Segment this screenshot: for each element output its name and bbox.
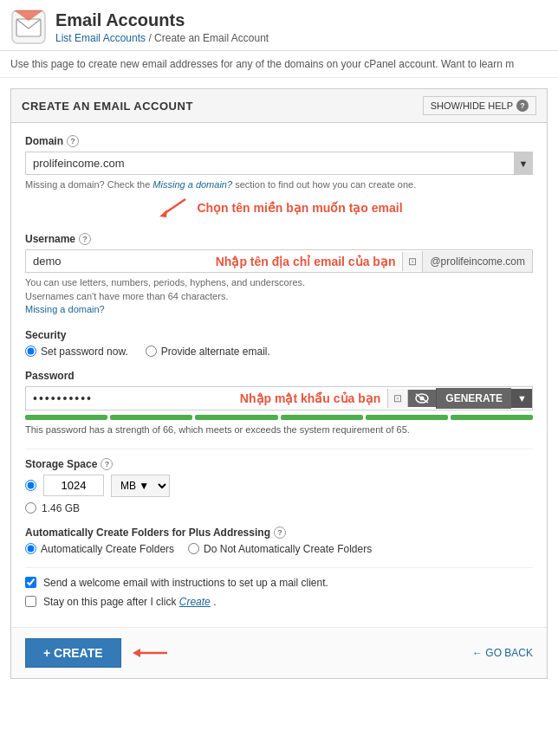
- password-strength-bar: [25, 415, 533, 420]
- auto-folders-opt1-radio[interactable]: [25, 543, 36, 554]
- create-arrow-icon: [128, 640, 172, 666]
- storage-option2-label: 1.46 GB: [42, 502, 80, 514]
- form-actions: + CREATE ← GO BACK: [11, 627, 547, 678]
- breadcrumb-list-link[interactable]: List Email Accounts: [55, 32, 146, 44]
- auto-folders-opt2-radio[interactable]: [188, 543, 199, 554]
- username-domain-suffix: @prolifeincome.com: [422, 251, 532, 272]
- svg-line-3: [164, 199, 185, 214]
- auto-folders-field-group: Automatically Create Folders for Plus Ad…: [25, 527, 533, 555]
- auto-folders-opt2-text: Do Not Automatically Create Folders: [204, 543, 372, 555]
- storage-label: Storage Space ?: [25, 458, 533, 470]
- welcome-email-label[interactable]: Send a welcome email with instructions t…: [43, 577, 328, 589]
- auto-folders-opt1-text: Automatically Create Folders: [41, 543, 174, 555]
- page-description: Use this page to create new email addres…: [0, 51, 558, 78]
- username-missing-domain-link[interactable]: Missing a domain?: [25, 304, 105, 314]
- create-email-form: CREATE AN EMAIL ACCOUNT SHOW/HIDE HELP ?…: [10, 88, 548, 679]
- auto-folders-help-icon[interactable]: ?: [274, 527, 286, 539]
- auto-folders-options: Automatically Create Folders Do Not Auto…: [25, 543, 533, 555]
- password-input-row: Nhập mật khẩu của bạn ⊡ GENERATE ▼: [25, 386, 533, 410]
- username-input-row: Nhập tên địa chỉ email của bạn ⊡ @prolif…: [25, 249, 533, 273]
- password-eye-icon[interactable]: [407, 390, 436, 407]
- go-back-link[interactable]: ← GO BACK: [472, 647, 533, 659]
- strength-seg-2: [110, 415, 192, 420]
- domain-select[interactable]: prolifeincome.com: [25, 152, 533, 175]
- breadcrumb-current: Create an Email Account: [154, 32, 269, 44]
- domain-select-wrapper: prolifeincome.com ▼: [25, 152, 533, 175]
- domain-help-icon[interactable]: ?: [67, 135, 79, 147]
- help-icon: ?: [516, 100, 529, 112]
- page-header: Email Accounts List Email Accounts / Cre…: [0, 0, 558, 51]
- form-section-title: CREATE AN EMAIL ACCOUNT: [22, 100, 193, 113]
- password-annotation-text: Nhập mật khẩu của bạn: [233, 391, 387, 405]
- username-help-icon[interactable]: ?: [79, 233, 91, 245]
- password-label: Password: [25, 370, 533, 382]
- auto-folders-opt2-label[interactable]: Do Not Automatically Create Folders: [188, 543, 372, 555]
- username-input[interactable]: [26, 250, 209, 272]
- storage-unit-select[interactable]: MB ▼ GB: [111, 475, 170, 497]
- security-option1-label[interactable]: Set password now.: [25, 346, 128, 358]
- username-annotation-text: Nhập tên địa chỉ email của bạn: [209, 255, 403, 268]
- username-field-group: Username ? Nhập tên địa chỉ email của bạ…: [25, 233, 533, 316]
- storage-help-icon[interactable]: ?: [101, 458, 113, 470]
- breadcrumb: List Email Accounts / Create an Email Ac…: [55, 32, 269, 44]
- password-input[interactable]: [26, 387, 233, 410]
- strength-seg-5: [366, 415, 448, 420]
- strength-seg-4: [281, 415, 363, 420]
- auto-folders-label: Automatically Create Folders for Plus Ad…: [25, 527, 533, 539]
- password-field-group: Password Nhập mật khẩu của bạn ⊡ GENERAT…: [25, 370, 533, 436]
- generate-dropdown-arrow[interactable]: ▼: [511, 389, 532, 408]
- email-accounts-icon: [10, 9, 47, 45]
- welcome-email-row: Send a welcome email with instructions t…: [25, 577, 533, 589]
- generate-button[interactable]: GENERATE: [436, 388, 511, 409]
- strength-seg-3: [195, 415, 277, 420]
- header-text: Email Accounts List Email Accounts / Cre…: [55, 10, 269, 44]
- create-link[interactable]: Create: [179, 596, 211, 608]
- storage-row: MB ▼ GB: [25, 475, 533, 497]
- missing-domain-link[interactable]: Missing a domain?: [152, 179, 232, 190]
- storage-field-group: Storage Space ? MB ▼ GB 1.46 GB: [25, 458, 533, 514]
- domain-annotation-text: Chọn tên miền bạn muốn tạo email: [197, 201, 402, 215]
- storage-option2-row: 1.46 GB: [25, 502, 533, 514]
- domain-field-group: Domain ? prolifeincome.com ▼ Missing a d…: [25, 135, 533, 221]
- security-option2-label[interactable]: Provide alternate email.: [146, 346, 270, 358]
- auto-folders-opt1-label[interactable]: Automatically Create Folders: [25, 543, 174, 555]
- domain-label: Domain ?: [25, 135, 533, 147]
- password-strength-text: This password has a strength of 66, whic…: [25, 423, 533, 436]
- storage-custom-radio[interactable]: [25, 480, 36, 491]
- show-hide-help-button[interactable]: SHOW/HIDE HELP ?: [423, 96, 536, 115]
- stay-on-page-row: Stay on this page after I click Create .: [25, 596, 533, 608]
- security-field-group: Security Set password now. Provide alter…: [25, 329, 533, 358]
- domain-annotation: Chọn tên miền bạn muốn tạo email: [25, 195, 533, 221]
- storage-unlimited-radio[interactable]: [25, 502, 36, 514]
- security-option1-radio[interactable]: [25, 346, 36, 357]
- svg-marker-4: [159, 210, 167, 217]
- strength-seg-1: [25, 415, 107, 420]
- security-option1-text: Set password now.: [41, 346, 128, 358]
- strength-seg-6: [451, 415, 533, 420]
- stay-on-page-checkbox[interactable]: [25, 596, 36, 607]
- form-header: CREATE AN EMAIL ACCOUNT SHOW/HIDE HELP ?: [11, 89, 547, 123]
- show-hide-label: SHOW/HIDE HELP: [431, 100, 513, 111]
- security-label: Security: [25, 329, 533, 341]
- stay-on-page-label[interactable]: Stay on this page after I click Create .: [43, 596, 216, 608]
- security-option2-radio[interactable]: [146, 346, 157, 357]
- username-copy-icon[interactable]: ⊡: [402, 252, 422, 271]
- security-options: Set password now. Provide alternate emai…: [25, 346, 533, 358]
- security-option2-text: Provide alternate email.: [161, 346, 270, 358]
- domain-hint: Missing a domain? Check the Missing a do…: [25, 178, 533, 191]
- username-label: Username ?: [25, 233, 533, 245]
- welcome-email-checkbox[interactable]: [25, 577, 36, 588]
- password-copy-icon[interactable]: ⊡: [387, 389, 407, 408]
- page-title: Email Accounts: [55, 10, 269, 30]
- form-body: Domain ? prolifeincome.com ▼ Missing a d…: [11, 123, 547, 627]
- username-hint: You can use letters, numbers, periods, h…: [25, 276, 533, 316]
- create-section: + CREATE: [25, 638, 172, 668]
- create-button[interactable]: + CREATE: [25, 638, 121, 668]
- storage-input[interactable]: [43, 475, 104, 496]
- svg-marker-9: [133, 649, 140, 657]
